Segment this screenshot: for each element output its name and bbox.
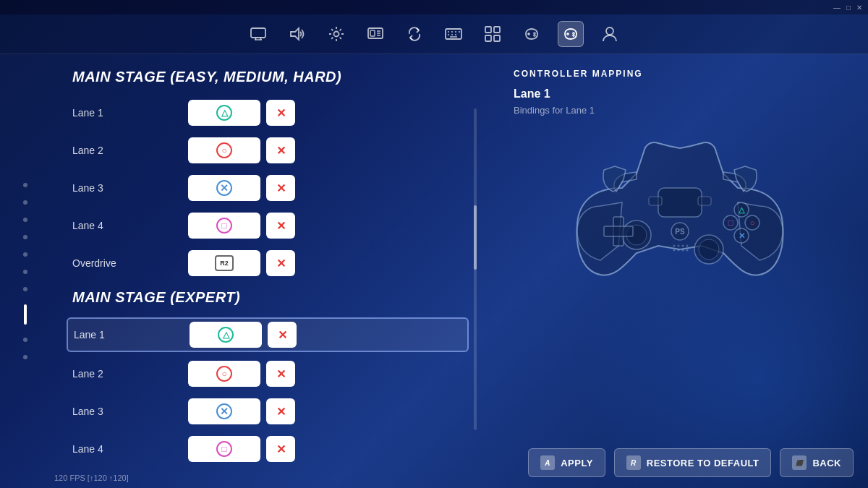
binding-btn-overdrive[interactable]: R2 bbox=[188, 250, 260, 276]
restore-default-button[interactable]: R RESTORE TO DEFAULT bbox=[614, 448, 772, 477]
lane-label-easy-1: Lane 1 bbox=[72, 107, 188, 119]
svg-point-55 bbox=[686, 245, 689, 247]
svg-rect-21 bbox=[494, 27, 500, 33]
clear-btn-easy-3[interactable]: ✕ bbox=[266, 175, 295, 201]
clear-btn-expert-4[interactable]: ✕ bbox=[266, 436, 295, 462]
lane-row-expert-3: Lane 3 ✕ ✕ bbox=[72, 395, 463, 427]
lane-row-expert-2: Lane 2 ○ ✕ bbox=[72, 358, 463, 390]
apply-badge: A bbox=[540, 455, 555, 470]
lane-row-easy-4: Lane 4 □ ✕ bbox=[72, 210, 463, 241]
lane-label-expert-1: Lane 1 bbox=[74, 329, 190, 341]
lane-label-easy-3: Lane 3 bbox=[72, 182, 188, 194]
fps-counter: 120 FPS [↑120 ↑120] bbox=[54, 474, 129, 482]
svg-point-52 bbox=[673, 245, 676, 247]
triangle-icon-expert: △ bbox=[218, 327, 234, 343]
svg-point-54 bbox=[682, 245, 684, 247]
title-bar: — □ ✕ bbox=[0, 0, 868, 14]
nav-controller-active[interactable] bbox=[558, 21, 584, 47]
sidebar-dot-6[interactable] bbox=[23, 270, 27, 274]
svg-point-32 bbox=[606, 27, 613, 35]
nav-keyboard[interactable] bbox=[441, 21, 467, 47]
lane-label-expert-3: Lane 3 bbox=[72, 406, 188, 417]
square-icon: □ bbox=[216, 218, 232, 234]
main-content: MAIN STAGE (EASY, MEDIUM, HARD) Lane 1 △… bbox=[51, 54, 485, 488]
binding-btn-easy-3[interactable]: ✕ bbox=[188, 175, 260, 201]
clear-btn-easy-1[interactable]: ✕ bbox=[266, 100, 295, 126]
triangle-icon: △ bbox=[216, 105, 232, 121]
section-title-easy: MAIN STAGE (EASY, MEDIUM, HARD) bbox=[72, 69, 463, 85]
cross-icon: ✕ bbox=[216, 180, 232, 196]
apply-label: APPLY bbox=[561, 458, 593, 468]
binding-btn-easy-1[interactable]: △ bbox=[188, 100, 260, 126]
restore-badge: R bbox=[626, 455, 641, 470]
r2-icon: R2 bbox=[215, 255, 234, 271]
svg-text:PS: PS bbox=[675, 228, 685, 236]
binding-btn-expert-1[interactable]: △ bbox=[190, 322, 262, 348]
clear-btn-easy-4[interactable]: ✕ bbox=[266, 213, 295, 239]
cross-icon-expert: ✕ bbox=[216, 403, 232, 419]
binding-btn-easy-2[interactable]: ○ bbox=[188, 137, 260, 163]
restore-label: RESTORE TO DEFAULT bbox=[647, 458, 760, 468]
nav-monitor[interactable] bbox=[245, 21, 271, 47]
svg-rect-22 bbox=[485, 35, 491, 41]
bottom-action-bar: A APPLY R RESTORE TO DEFAULT ⬛ BACK bbox=[492, 437, 868, 488]
nav-sync[interactable] bbox=[401, 21, 427, 47]
sidebar-dot-4[interactable] bbox=[23, 235, 27, 239]
sidebar-dot-5[interactable] bbox=[23, 252, 27, 257]
circle-icon: ○ bbox=[216, 142, 232, 158]
nav-gear[interactable] bbox=[323, 21, 349, 47]
binding-btn-expert-4[interactable]: □ bbox=[188, 436, 260, 462]
clear-btn-overdrive[interactable]: ✕ bbox=[266, 250, 295, 276]
clear-btn-easy-2[interactable]: ✕ bbox=[266, 137, 295, 163]
square-icon-expert: □ bbox=[216, 441, 232, 457]
section-title-expert: MAIN STAGE (EXPERT) bbox=[72, 289, 463, 306]
nav-display2[interactable] bbox=[362, 21, 388, 47]
clear-btn-expert-1[interactable]: ✕ bbox=[268, 322, 297, 348]
panel-lane-desc: Bindings for Lane 1 bbox=[514, 105, 846, 116]
svg-point-56 bbox=[673, 249, 676, 252]
sidebar-dot-7[interactable] bbox=[23, 287, 27, 291]
svg-marker-4 bbox=[291, 28, 299, 40]
sidebar-dot-2[interactable] bbox=[23, 200, 27, 205]
binding-btn-expert-3[interactable]: ✕ bbox=[188, 398, 260, 424]
lane-row-easy-3: Lane 3 ✕ ✕ bbox=[72, 172, 463, 204]
nav-controller2[interactable] bbox=[519, 21, 545, 47]
back-badge: ⬛ bbox=[792, 455, 807, 470]
nav-profile[interactable] bbox=[597, 21, 623, 47]
svg-rect-33 bbox=[658, 188, 702, 217]
controller-illustration: PS △ ○ ✕ □ bbox=[514, 130, 846, 296]
panel-title: CONTROLLER MAPPING bbox=[514, 69, 846, 79]
sidebar-dot-9[interactable] bbox=[23, 338, 27, 342]
lane-row-expert-4: Lane 4 □ ✕ bbox=[72, 433, 463, 465]
sidebar-dot-1[interactable] bbox=[23, 183, 27, 187]
minimize-button[interactable]: — bbox=[833, 4, 841, 12]
nav-grid[interactable] bbox=[480, 21, 506, 47]
circle-icon-expert: ○ bbox=[216, 366, 232, 382]
panel-lane-name: Lane 1 bbox=[514, 87, 846, 100]
nav-audio[interactable] bbox=[284, 21, 310, 47]
svg-text:△: △ bbox=[738, 205, 745, 214]
svg-rect-23 bbox=[494, 35, 500, 41]
svg-rect-20 bbox=[485, 27, 491, 33]
binding-btn-expert-2[interactable]: ○ bbox=[188, 361, 260, 387]
svg-rect-11 bbox=[446, 29, 461, 39]
lane-row-expert-1[interactable]: Lane 1 △ ✕ bbox=[67, 317, 469, 352]
maximize-button[interactable]: □ bbox=[846, 4, 851, 12]
clear-btn-expert-2[interactable]: ✕ bbox=[266, 361, 295, 387]
sidebar-dot-3[interactable] bbox=[23, 218, 27, 222]
svg-point-58 bbox=[682, 249, 684, 252]
sidebar-dot-10[interactable] bbox=[23, 355, 27, 359]
svg-text:✕: ✕ bbox=[739, 231, 745, 240]
clear-btn-expert-3[interactable]: ✕ bbox=[266, 398, 295, 424]
back-button[interactable]: ⬛ BACK bbox=[780, 448, 854, 477]
apply-button[interactable]: A APPLY bbox=[528, 448, 605, 477]
close-button[interactable]: ✕ bbox=[856, 4, 862, 12]
scroll-thumb[interactable] bbox=[474, 205, 477, 270]
lane-label-easy-4: Lane 4 bbox=[72, 220, 188, 231]
svg-rect-50 bbox=[698, 197, 711, 205]
sidebar-dot-8-active[interactable] bbox=[24, 304, 27, 325]
lane-row-easy-2: Lane 2 ○ ✕ bbox=[72, 134, 463, 166]
svg-point-27 bbox=[534, 35, 535, 36]
svg-text:□: □ bbox=[728, 218, 733, 227]
binding-btn-easy-4[interactable]: □ bbox=[188, 213, 260, 239]
